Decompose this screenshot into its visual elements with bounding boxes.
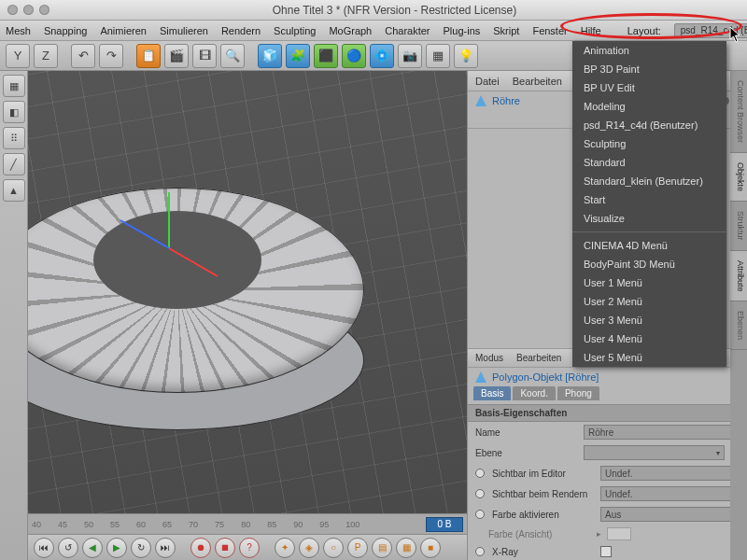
viewport[interactable]	[28, 71, 467, 513]
am-menu-modus[interactable]: Modus	[475, 353, 503, 363]
tube-object[interactable]	[28, 160, 364, 440]
om-menu-datei[interactable]: Datei	[475, 76, 500, 87]
vtab-attribute[interactable]: Attribute	[730, 251, 747, 302]
camera-icon[interactable]: 📷	[398, 44, 422, 68]
menu-fenster[interactable]: Fenster	[532, 25, 567, 36]
radio-color-enable[interactable]	[475, 510, 485, 519]
layout-option-modeling[interactable]: Modeling	[572, 97, 726, 116]
layout-option-user4[interactable]: User 4 Menü	[572, 329, 726, 348]
xray-checkbox[interactable]	[600, 546, 612, 557]
window-controls[interactable]	[7, 5, 49, 15]
prev-key-button[interactable]: ↺	[58, 538, 78, 558]
render-icon[interactable]: 🎬	[164, 44, 189, 68]
mode-polygon-icon[interactable]: ▲	[3, 179, 25, 202]
generator-icon[interactable]: ⬛	[314, 44, 338, 68]
prop-colorenable-field[interactable]: Aus	[600, 507, 740, 522]
mode-model-icon[interactable]: ▦	[3, 75, 25, 97]
prop-visrender-field[interactable]: Undef.	[600, 486, 740, 501]
menu-sculpting[interactable]: Sculpting	[274, 25, 316, 36]
color-swatch[interactable]	[607, 527, 631, 540]
layout-dropdown-menu[interactable]: Animation BP 3D Paint BP UV Edit Modelin…	[572, 41, 726, 367]
tab-basis[interactable]: Basis	[473, 386, 511, 400]
play-button[interactable]: ▶	[106, 538, 127, 558]
keyframe-pos-button[interactable]: ✦	[275, 538, 295, 558]
vtab-ebenen[interactable]: Ebenen	[730, 301, 747, 350]
layout-option-c4dmenu[interactable]: CINEMA 4D Menü	[572, 236, 726, 255]
prop-name-field[interactable]: Röhre	[584, 425, 740, 440]
light-icon[interactable]: 💡	[454, 44, 478, 68]
vtab-content-browser[interactable]: Content Browser	[730, 71, 747, 153]
vtab-struktur[interactable]: Struktur	[730, 202, 747, 251]
floor-icon[interactable]: ▦	[426, 44, 450, 68]
zoom-icon[interactable]	[39, 5, 49, 15]
primitive-cube-icon[interactable]: 🧊	[258, 44, 282, 68]
layout-option-animation[interactable]: Animation	[572, 41, 726, 60]
mode-texture-icon[interactable]: ◧	[3, 101, 25, 123]
tab-phong[interactable]: Phong	[557, 386, 599, 400]
keyframe-pla-button[interactable]: ▤	[372, 538, 392, 558]
layout-option-bpuvedit[interactable]: BP UV Edit	[572, 78, 726, 97]
keyframe-all-button[interactable]: ■	[420, 538, 441, 558]
om-menu-bearbeiten[interactable]: Bearbeiten	[513, 76, 562, 87]
layout-dropdown[interactable]: psd_R14_c4d (Benutzer)	[674, 23, 747, 38]
vtab-objekte[interactable]: Objekte	[730, 153, 747, 202]
redo-button[interactable]: ↷	[99, 44, 123, 68]
layout-option-psdr14[interactable]: psd_R14_c4d (Benutzer)	[572, 116, 726, 134]
keyframe-scale-button[interactable]: ○	[323, 538, 344, 558]
axis-z-icon[interactable]: Z	[34, 44, 58, 68]
keyframe-rot-button[interactable]: ◈	[299, 538, 319, 558]
menu-skript[interactable]: Skript	[493, 25, 519, 36]
spline-icon[interactable]: 🧩	[286, 44, 310, 68]
goto-end-button[interactable]: ⏭	[155, 538, 176, 558]
render-settings-icon[interactable]: 🎞	[192, 44, 217, 68]
menu-plugins[interactable]: Plug-ins	[444, 25, 481, 36]
menu-hilfe[interactable]: Hilfe	[581, 25, 601, 36]
layout-option-start[interactable]: Start	[572, 190, 726, 209]
layout-option-user5[interactable]: User 5 Menü	[572, 348, 726, 367]
menu-mesh[interactable]: Mesh	[6, 25, 31, 36]
subdivide-icon[interactable]: 🔵	[342, 44, 366, 68]
layout-option-user2[interactable]: User 2 Menü	[572, 292, 726, 311]
am-menu-bearbeiten[interactable]: Bearbeiten	[516, 353, 561, 363]
prop-viseditor-field[interactable]: Undef.	[600, 466, 740, 481]
layout-option-standardklein[interactable]: Standard_klein (Benutzer)	[572, 172, 726, 190]
prop-ebene-field[interactable]	[584, 445, 725, 460]
undo-button[interactable]: ↶	[71, 44, 95, 68]
axis-y-icon[interactable]: Y	[6, 44, 30, 68]
picture-viewer-icon[interactable]: 🔍	[220, 44, 245, 68]
play-back-button[interactable]: ◀	[82, 538, 103, 558]
menu-animieren[interactable]: Animieren	[100, 25, 147, 36]
radio-vis-render[interactable]	[475, 489, 485, 498]
minimize-icon[interactable]	[23, 5, 34, 15]
mode-edge-icon[interactable]: ╱	[3, 153, 25, 175]
mode-point-icon[interactable]: ⠿	[3, 127, 25, 149]
menu-mograph[interactable]: MoGraph	[329, 25, 372, 36]
timeline-ruler[interactable]: 404550 556065 707580 859095 100 0 B	[28, 513, 467, 534]
next-key-button[interactable]: ↻	[131, 538, 151, 558]
menu-charakter[interactable]: Charakter	[385, 25, 430, 36]
deformer-icon[interactable]: 💠	[370, 44, 394, 68]
close-icon[interactable]	[7, 5, 18, 15]
keyoptions-button[interactable]: ?	[239, 538, 260, 558]
menu-rendern[interactable]: Rendern	[221, 25, 261, 36]
tool-select-icon[interactable]: 📋	[136, 44, 161, 68]
y-axis-icon[interactable]	[168, 192, 170, 248]
layout-option-bodypaintmenu[interactable]: BodyPaint 3D Menü	[572, 255, 726, 273]
layout-option-bp3dpaint[interactable]: BP 3D Paint	[572, 60, 726, 78]
layout-option-standard[interactable]: Standard	[572, 153, 726, 172]
keyframe-param-button[interactable]: P	[347, 538, 368, 558]
keyframe-sel-button[interactable]: ▦	[396, 538, 416, 558]
record-button[interactable]: ⏺	[190, 538, 211, 558]
menu-simulieren[interactable]: Simulieren	[160, 25, 208, 36]
radio-vis-editor[interactable]	[475, 469, 485, 478]
current-frame-field[interactable]: 0 B	[426, 517, 463, 532]
tab-koord[interactable]: Koord.	[513, 386, 555, 400]
layout-option-visualize[interactable]: Visualize	[572, 209, 726, 228]
radio-xray[interactable]	[475, 547, 485, 556]
layout-option-user1[interactable]: User 1 Menü	[572, 273, 726, 292]
autokey-button[interactable]: ⏹	[215, 538, 235, 558]
layout-option-sculpting[interactable]: Sculpting	[572, 134, 726, 153]
layout-option-user3[interactable]: User 3 Menü	[572, 311, 726, 329]
goto-start-button[interactable]: ⏮	[34, 538, 54, 558]
menu-snapping[interactable]: Snapping	[44, 25, 88, 36]
